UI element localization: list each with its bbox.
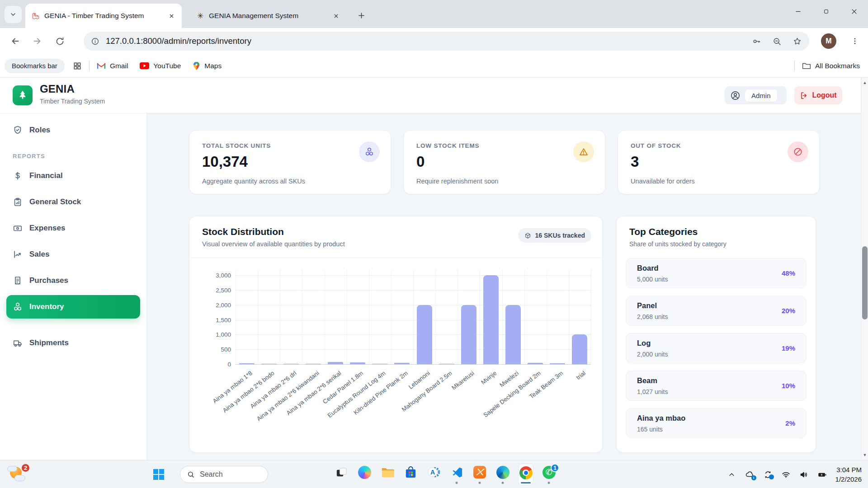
tab-search-button[interactable] bbox=[5, 6, 22, 23]
password-key-icon[interactable] bbox=[752, 37, 761, 46]
taskbar-app-a-gear-app[interactable]: A bbox=[426, 464, 441, 485]
taskbar-app-vscode[interactable] bbox=[449, 464, 464, 485]
volume-icon[interactable] bbox=[799, 469, 809, 479]
taskbar-app-whatsapp[interactable]: ✆ 1 bbox=[541, 464, 557, 485]
sidebar-item-general-stock[interactable]: General Stock bbox=[6, 190, 140, 214]
browser-menu-button[interactable] bbox=[849, 35, 861, 47]
bookmarks-bar-chip[interactable]: Bookmarks bar bbox=[5, 59, 65, 73]
user-role-label: Admin bbox=[745, 89, 777, 102]
scrollbar-thumb[interactable] bbox=[862, 246, 868, 319]
taskbar-app-chrome[interactable] bbox=[518, 464, 533, 485]
bookmark-star-icon[interactable] bbox=[793, 37, 802, 46]
x-axis-label: Mvinje bbox=[480, 370, 498, 386]
notification-badge: 1 bbox=[551, 464, 559, 472]
wifi-icon[interactable] bbox=[781, 469, 791, 479]
sidebar-item-label: Expenses bbox=[29, 224, 65, 233]
gridline bbox=[258, 270, 258, 364]
taskbar-clock[interactable]: 3:04 PM 1/2/2026 bbox=[835, 465, 862, 484]
category-row-aina-ya-mbao: Aina ya mbao 165 units 2% bbox=[626, 408, 807, 438]
scroll-down-arrow[interactable]: ▼ bbox=[861, 451, 868, 459]
close-window-button[interactable] bbox=[840, 0, 868, 23]
categories-subtitle: Share of units stocked by category bbox=[629, 240, 726, 248]
y-axis-tick: 0 bbox=[192, 361, 231, 368]
logout-icon bbox=[800, 91, 808, 100]
profile-avatar[interactable]: M bbox=[821, 33, 836, 49]
clock-date: 1/2/2026 bbox=[835, 474, 862, 484]
gridline bbox=[458, 270, 458, 364]
sidebar-item-purchases[interactable]: Purchases bbox=[6, 269, 140, 292]
sidebar-item-sales[interactable]: Sales bbox=[6, 243, 140, 266]
tab-close-icon[interactable] bbox=[167, 12, 175, 20]
tray-chevron-up-icon[interactable] bbox=[727, 469, 737, 479]
sidebar-item-financial[interactable]: Financial bbox=[6, 164, 140, 188]
sidebar-item-roles[interactable]: Roles bbox=[6, 118, 140, 142]
category-name: Beam bbox=[637, 376, 657, 385]
gridline bbox=[325, 270, 325, 364]
taskbar-app-file-explorer[interactable] bbox=[380, 464, 395, 485]
gridline bbox=[480, 270, 480, 364]
search-placeholder: Search bbox=[200, 470, 223, 479]
y-axis-tick: 2,500 bbox=[192, 286, 231, 293]
new-tab-button[interactable] bbox=[354, 8, 369, 23]
forward-button[interactable] bbox=[31, 35, 43, 47]
window-controls bbox=[784, 0, 868, 23]
tab-close-icon[interactable] bbox=[332, 12, 340, 20]
taskbar-app-microsoft-store[interactable] bbox=[403, 464, 418, 485]
a-gear-app-icon: A bbox=[427, 465, 440, 479]
user-chip[interactable]: Admin bbox=[725, 86, 787, 104]
bookmark-maps[interactable]: Maps bbox=[193, 61, 222, 70]
onedrive-icon[interactable]: i bbox=[745, 469, 755, 479]
back-button[interactable] bbox=[9, 35, 22, 47]
category-row-beam: Beam 1,027 units 10% bbox=[626, 371, 807, 401]
taskbar-app-task-view[interactable] bbox=[334, 464, 349, 485]
banknote-icon bbox=[13, 223, 23, 233]
divider bbox=[89, 61, 90, 71]
bookmark-youtube[interactable]: YouTube bbox=[140, 62, 181, 70]
taskbar-app-copilot[interactable] bbox=[357, 464, 372, 485]
clock-time: 3:04 PM bbox=[835, 465, 862, 474]
edge-icon bbox=[496, 465, 509, 479]
stat-label: OUT OF STOCK bbox=[631, 142, 681, 149]
receipt-icon bbox=[13, 276, 23, 286]
bookmark-gmail[interactable]: Gmail bbox=[97, 62, 128, 70]
taskbar-search[interactable]: Search bbox=[180, 466, 268, 483]
stat-label: TOTAL STOCK UNITS bbox=[202, 142, 271, 149]
gridline bbox=[236, 364, 591, 365]
taskbar-apps: A ⤫ ✆ 1 bbox=[334, 464, 557, 485]
zoom-icon[interactable] bbox=[772, 37, 782, 46]
taskbar-app-edge[interactable] bbox=[495, 464, 510, 485]
category-name: Board bbox=[637, 264, 659, 272]
apps-grid-icon[interactable] bbox=[73, 61, 82, 70]
microsoft-store-icon bbox=[404, 465, 417, 479]
reload-button[interactable] bbox=[53, 35, 66, 47]
bar-aina-ya-mbao-2-6-bodo bbox=[261, 364, 277, 364]
running-indicator bbox=[502, 482, 504, 484]
x-axis-label: trial bbox=[575, 370, 586, 381]
maximize-button[interactable] bbox=[812, 0, 840, 23]
all-bookmarks[interactable]: All Bookmarks bbox=[802, 62, 860, 70]
tab-inactive[interactable]: ✳ GENIA Management System bbox=[190, 4, 346, 28]
page-scrollbar[interactable]: ▲ ▼ bbox=[861, 78, 868, 460]
sidebar-item-expenses[interactable]: Expenses bbox=[6, 216, 140, 240]
start-button[interactable] bbox=[152, 468, 165, 481]
url-text[interactable]: 127.0.0.1:8000/admin/reports/inventory bbox=[106, 36, 745, 46]
tab-active[interactable]: GENIA - Timber Trading System bbox=[25, 4, 182, 28]
category-percent: 48% bbox=[782, 269, 795, 277]
site-info-icon[interactable] bbox=[91, 37, 99, 46]
divider bbox=[794, 61, 795, 71]
gridline bbox=[280, 270, 280, 364]
sidebar-item-inventory[interactable]: Inventory bbox=[6, 295, 140, 319]
weather-widget[interactable]: 2 bbox=[6, 464, 32, 485]
scroll-up-arrow[interactable]: ▲ bbox=[861, 79, 868, 87]
sidebar-item-shipments[interactable]: Shipments bbox=[6, 331, 140, 355]
minimize-button[interactable] bbox=[784, 0, 812, 23]
logout-button[interactable]: Logout bbox=[794, 86, 842, 104]
cloud-icon bbox=[14, 475, 25, 481]
battery-icon[interactable] bbox=[817, 469, 827, 479]
bar-teak-beam-3m bbox=[550, 363, 565, 364]
address-bar[interactable]: 127.0.0.1:8000/admin/reports/inventory bbox=[84, 32, 809, 51]
sync-icon[interactable] bbox=[763, 469, 773, 479]
xampp-icon: ⤫ bbox=[473, 465, 486, 479]
taskbar-app-xampp[interactable]: ⤫ bbox=[472, 464, 487, 485]
truck-icon bbox=[13, 338, 23, 348]
